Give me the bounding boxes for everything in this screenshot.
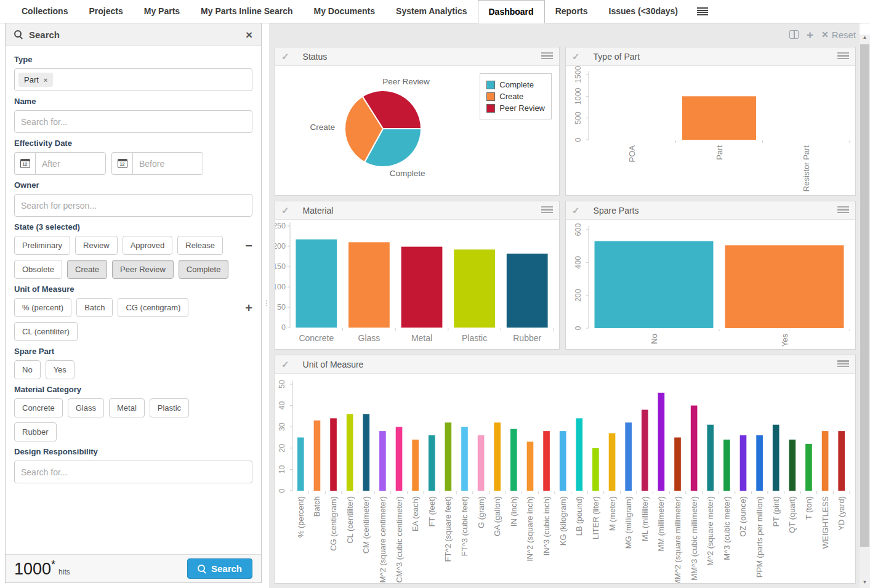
filter-button-approved[interactable]: Approved bbox=[123, 236, 173, 255]
legend-item-create[interactable]: Create bbox=[486, 92, 545, 101]
bar-concrete[interactable] bbox=[296, 240, 337, 328]
panel-menu-icon[interactable] bbox=[837, 206, 849, 214]
bar-part[interactable] bbox=[682, 96, 756, 140]
legend-item-complete[interactable]: Complete bbox=[486, 80, 545, 89]
legend-item-peer-review[interactable]: Peer Review bbox=[486, 103, 545, 113]
bar-mm-2-square-millimeter[interactable] bbox=[674, 438, 681, 491]
bar-yes[interactable] bbox=[725, 245, 844, 328]
bar-m-2-square-meter[interactable] bbox=[707, 425, 714, 491]
bar-mm-millimeter[interactable] bbox=[658, 393, 665, 491]
scroll-down-icon[interactable]: ▼ bbox=[860, 579, 870, 588]
filter-button-batch[interactable]: Batch bbox=[76, 298, 113, 317]
panel-menu-icon[interactable] bbox=[837, 52, 849, 60]
type-field[interactable]: Part × bbox=[14, 68, 252, 91]
bar-weightless[interactable] bbox=[822, 431, 829, 491]
bar-mg-milligram[interactable] bbox=[625, 422, 632, 491]
filter-button-preliminary[interactable]: Preliminary bbox=[14, 236, 70, 255]
panel-menu-icon[interactable] bbox=[541, 52, 553, 60]
bar-ft-3-cubic-feet[interactable] bbox=[461, 427, 468, 491]
nav-item-projects[interactable]: Projects bbox=[78, 0, 133, 23]
nav-item-collections[interactable]: Collections bbox=[11, 0, 78, 23]
panel-splitter[interactable]: ⋮ bbox=[262, 23, 269, 588]
bar-cm-centimeter[interactable] bbox=[363, 414, 369, 491]
filter-button-concrete[interactable]: Concrete bbox=[14, 398, 63, 417]
nav-item-my-parts-inline-search[interactable]: My Parts Inline Search bbox=[190, 0, 303, 23]
bar-cl-centiliter[interactable] bbox=[347, 414, 353, 491]
bar-yd-yard[interactable] bbox=[838, 431, 845, 491]
bar-no[interactable] bbox=[595, 241, 714, 328]
bar-liter-liter[interactable] bbox=[592, 448, 599, 491]
bar-pt-pint[interactable] bbox=[773, 425, 779, 491]
bar-rubber[interactable] bbox=[507, 254, 548, 328]
panel-menu-icon[interactable] bbox=[837, 360, 849, 368]
panel-check-icon[interactable]: ✓ bbox=[281, 51, 289, 62]
collapse-minus-icon[interactable]: − bbox=[245, 240, 252, 252]
panel-menu-icon[interactable] bbox=[541, 206, 553, 214]
bar-mm-3-cubic-millimeter[interactable] bbox=[691, 406, 698, 491]
bar-g-gram[interactable] bbox=[478, 435, 485, 491]
bar-ea-each[interactable] bbox=[412, 440, 419, 491]
owner-input[interactable] bbox=[14, 194, 252, 217]
bar-cm-2-square-centimeter[interactable] bbox=[379, 431, 386, 491]
filter-button-complete[interactable]: Complete bbox=[179, 260, 229, 279]
expand-plus-icon[interactable]: + bbox=[245, 302, 252, 314]
bar-metal[interactable] bbox=[401, 247, 443, 328]
nav-item-system-analytics[interactable]: System Analytics bbox=[385, 0, 477, 23]
bar-in-3-cubic-inch[interactable] bbox=[543, 431, 550, 491]
filter-button-create[interactable]: Create bbox=[67, 260, 107, 279]
bar-kg-kilogram[interactable] bbox=[560, 431, 566, 491]
nav-item-dashboard[interactable]: Dashboard bbox=[478, 0, 545, 23]
reset-button[interactable]: ✕ Reset bbox=[821, 30, 856, 40]
search-button[interactable]: Search bbox=[187, 558, 252, 579]
nav-item-my-parts[interactable]: My Parts bbox=[134, 0, 190, 23]
bar-in-inch[interactable] bbox=[510, 429, 517, 491]
bar-in-2-square-inch[interactable] bbox=[527, 441, 534, 491]
panel-check-icon[interactable]: ✓ bbox=[572, 51, 580, 62]
layout-columns-icon[interactable] bbox=[789, 30, 799, 39]
bar-m-3-cubic-meter[interactable] bbox=[723, 440, 730, 491]
panel-check-icon[interactable]: ✓ bbox=[281, 205, 289, 216]
name-input[interactable] bbox=[14, 110, 252, 133]
close-icon[interactable]: × bbox=[246, 29, 252, 41]
bar-m-meter[interactable] bbox=[609, 433, 616, 491]
filter-button-cl-centiliter[interactable]: CL (centiliter) bbox=[14, 322, 78, 341]
bar-ft-2-square-feet[interactable] bbox=[445, 422, 452, 491]
bar-batch[interactable] bbox=[314, 421, 321, 491]
bar-t-ton[interactable] bbox=[805, 444, 812, 491]
bar-plastic[interactable] bbox=[454, 249, 495, 328]
filter-button-peer-review[interactable]: Peer Review bbox=[112, 260, 174, 279]
bar-lb-pound[interactable] bbox=[576, 418, 582, 491]
filter-button-glass[interactable]: Glass bbox=[68, 398, 104, 417]
bar-cg-centigram[interactable] bbox=[330, 418, 337, 491]
scrollbar-thumb[interactable] bbox=[860, 44, 869, 547]
filter-button-metal[interactable]: Metal bbox=[109, 398, 145, 417]
before-date-input[interactable] bbox=[132, 152, 203, 175]
nav-item-reports[interactable]: Reports bbox=[545, 0, 598, 23]
after-date-input[interactable] bbox=[35, 152, 106, 175]
filter-button-cg-centigram[interactable]: CG (centigram) bbox=[118, 298, 188, 317]
vertical-scrollbar[interactable]: ▲ ▼ bbox=[860, 34, 870, 588]
filter-button-obsolete[interactable]: Obsolete bbox=[14, 260, 62, 279]
bar-percent[interactable] bbox=[297, 438, 304, 491]
bar-oz-ounce[interactable] bbox=[740, 435, 747, 491]
panel-check-icon[interactable]: ✓ bbox=[572, 205, 580, 216]
filter-button-yes[interactable]: Yes bbox=[46, 360, 75, 379]
bar-ppm-parts-per-million[interactable] bbox=[756, 435, 763, 491]
bar-cm-3-cubic-centimeter[interactable] bbox=[396, 427, 403, 491]
filter-button-rubber[interactable]: Rubber bbox=[14, 422, 57, 441]
filter-button-plastic[interactable]: Plastic bbox=[150, 398, 189, 417]
bar-ft-feet[interactable] bbox=[429, 435, 435, 491]
filter-button-percent[interactable]: % (percent) bbox=[14, 298, 71, 317]
nav-item-my-documents[interactable]: My Documents bbox=[303, 0, 385, 23]
scroll-up-icon[interactable]: ▲ bbox=[860, 34, 870, 43]
bar-qt-quart[interactable] bbox=[789, 440, 796, 491]
filter-button-release[interactable]: Release bbox=[177, 236, 223, 255]
bar-ga-gallon[interactable] bbox=[494, 422, 501, 491]
bar-ml-milliliter[interactable] bbox=[642, 410, 648, 491]
filter-button-review[interactable]: Review bbox=[75, 236, 118, 255]
design-responsibility-input[interactable] bbox=[14, 461, 252, 483]
remove-tag-icon[interactable]: × bbox=[44, 76, 47, 84]
bar-glass[interactable] bbox=[348, 242, 390, 328]
add-panel-icon[interactable]: + bbox=[807, 29, 813, 41]
calendar-icon[interactable]: 12 bbox=[111, 152, 132, 175]
